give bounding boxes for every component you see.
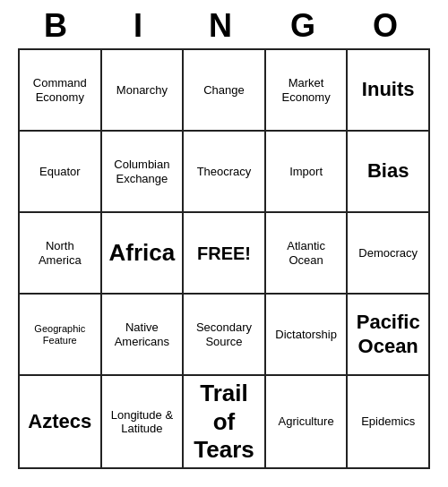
letter-o: O (351, 7, 426, 45)
cell-17: Secondary Source (184, 295, 266, 376)
cell-24: Epidemics (348, 376, 430, 469)
cell-6: Columbian Exchange (102, 132, 185, 213)
cell-5: Equator (20, 132, 102, 213)
cell-2: Change (184, 50, 266, 132)
cell-13: Atlantic Ocean (266, 213, 349, 295)
cell-3: Market Economy (266, 50, 349, 132)
letter-b: B (22, 7, 97, 45)
letter-n: N (186, 7, 262, 45)
cell-11: Africa (102, 213, 185, 295)
cell-9: Bias (348, 132, 430, 213)
cell-23: Agriculture (266, 376, 349, 469)
cell-1: Monarchy (102, 50, 185, 132)
cell-0: Command Economy (20, 50, 102, 132)
cell-22: Trail of Tears (184, 376, 266, 469)
cell-19: Pacific Ocean (348, 295, 430, 376)
cell-8: Import (266, 132, 349, 213)
letter-g: G (269, 7, 344, 45)
bingo-title: B I N G O (18, 0, 430, 48)
cell-7: Theocracy (184, 132, 266, 213)
cell-4: Inuits (348, 50, 430, 132)
letter-i: I (104, 7, 179, 45)
cell-20: Aztecs (20, 376, 102, 469)
cell-12: FREE! (184, 213, 266, 295)
bingo-grid: Command EconomyMonarchyChangeMarket Econ… (18, 48, 430, 469)
cell-10: North America (20, 213, 102, 295)
cell-15: Geographic Feature (20, 295, 102, 376)
cell-16: Native Americans (102, 295, 185, 376)
cell-14: Democracy (348, 213, 430, 295)
cell-18: Dictatorship (266, 295, 349, 376)
cell-21: Longitude & Latitude (102, 376, 185, 469)
